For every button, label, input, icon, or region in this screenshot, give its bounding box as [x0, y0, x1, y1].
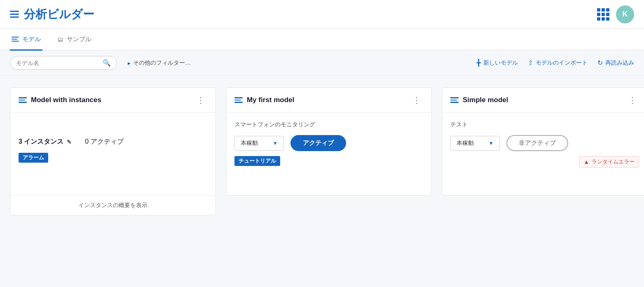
instances-count: 3 インスタンス ✎	[19, 138, 72, 146]
card-body-1: 3 インスタンス ✎ 0 アクティブ アラーム	[10, 113, 215, 195]
filter-button[interactable]: ▸ その他のフィルター…	[124, 57, 195, 69]
active-count-label: 0 アクティブ	[85, 138, 123, 146]
card-footer-link-1[interactable]: インスタンスの概要を表示	[78, 202, 148, 208]
card-menu-button-3[interactable]: ⋮	[626, 94, 639, 106]
header: 分析ビルダー K	[0, 0, 644, 29]
import-model-icon: ⇧	[528, 59, 533, 67]
card-title-3: Simple model	[463, 96, 508, 104]
status-row-3: 本稼動 ▼ 非アクティブ	[450, 135, 639, 151]
cards-container: Model with instances ⋮ 3 インスタンス ✎ 0 アクティ…	[0, 76, 644, 227]
runtime-error-row: ▲ ランタイムエラー	[450, 156, 639, 168]
environment-dropdown-3[interactable]: 本稼動 ▼	[450, 136, 500, 151]
instances-info: 3 インスタンス ✎ 0 アクティブ	[19, 138, 207, 146]
header-left: 分析ビルダー	[10, 7, 94, 22]
warning-icon: ▲	[583, 159, 589, 165]
avatar[interactable]: K	[616, 5, 634, 23]
toolbar-actions: ╋ 新しいモデル ⇧ モデルのインポート ↻ 再読み込み	[477, 59, 634, 67]
reload-button[interactable]: ↻ 再読み込み	[597, 59, 634, 67]
card-model-with-instances-header: Model with instances ⋮	[10, 88, 215, 113]
model-icon-2	[234, 97, 243, 103]
card-body-3: テスト 本稼動 ▼ 非アクティブ ▲ ランタイムエラー	[442, 113, 644, 195]
alarm-tag: アラーム	[19, 153, 48, 163]
new-model-button[interactable]: ╋ 新しいモデル	[477, 59, 518, 67]
import-model-label: モデルのインポート	[536, 59, 588, 67]
card-header-left-2: My first model	[234, 96, 294, 104]
card-description-2: スマートフォンのモニタリング	[234, 121, 423, 128]
new-model-label: 新しいモデル	[483, 59, 518, 67]
tags-row-2: チュートリアル	[234, 156, 423, 166]
chevron-down-icon-3: ▼	[489, 140, 494, 146]
environment-dropdown-2[interactable]: 本稼動 ▼	[234, 136, 284, 151]
tab-models[interactable]: モデル	[10, 29, 42, 51]
card-title-2: My first model	[247, 96, 294, 104]
status-row-2: 本稼動 ▼ アクティブ	[234, 135, 423, 151]
card-header-left-3: Simple model	[450, 96, 508, 104]
instances-count-label: 3 インスタンス	[19, 138, 63, 146]
search-input[interactable]	[16, 60, 99, 66]
samples-tab-icon: 🗂	[57, 36, 63, 43]
status-toggle-active-2[interactable]: アクティブ	[290, 135, 346, 151]
tab-samples[interactable]: 🗂 サンプル	[56, 29, 93, 51]
import-model-button[interactable]: ⇧ モデルのインポート	[528, 59, 588, 67]
new-model-icon: ╋	[477, 59, 481, 67]
tab-samples-label: サンプル	[67, 35, 91, 43]
reload-label: 再読み込み	[605, 59, 634, 67]
runtime-error-badge: ▲ ランタイムエラー	[579, 156, 639, 168]
card-simple-model-header: Simple model ⋮	[442, 88, 644, 113]
tags-row-1: アラーム	[19, 153, 207, 163]
card-my-first-model-header: My first model ⋮	[226, 88, 431, 113]
app-title: 分析ビルダー	[24, 7, 94, 22]
environment-dropdown-2-label: 本稼動	[241, 140, 258, 147]
grid-icon[interactable]	[597, 8, 609, 21]
header-right: K	[597, 5, 634, 23]
runtime-error-label: ランタイムエラー	[592, 158, 635, 166]
hamburger-menu-icon[interactable]	[10, 11, 19, 18]
card-body-2: スマートフォンのモニタリング 本稼動 ▼ アクティブ チュートリアル	[226, 113, 431, 195]
tab-models-label: モデル	[22, 35, 41, 43]
search-wrapper: 🔍	[10, 56, 117, 70]
tutorial-tag: チュートリアル	[234, 156, 280, 166]
card-simple-model: Simple model ⋮ テスト 本稼動 ▼ 非アクティブ ▲ ランタイムエ…	[442, 87, 644, 196]
card-title-1: Model with instances	[31, 96, 101, 104]
edit-instances-icon[interactable]: ✎	[67, 139, 72, 145]
status-toggle-inactive-3[interactable]: 非アクティブ	[506, 135, 568, 151]
filter-icon: ▸	[128, 60, 131, 66]
reload-icon: ↻	[597, 59, 603, 67]
model-icon-3	[450, 97, 459, 103]
filter-label: その他のフィルター…	[133, 59, 191, 67]
card-menu-button-1[interactable]: ⋮	[194, 94, 207, 106]
model-icon-1	[19, 97, 27, 103]
chevron-down-icon-2: ▼	[273, 140, 278, 146]
card-footer-1[interactable]: インスタンスの概要を表示	[10, 195, 215, 215]
models-tab-icon	[12, 37, 19, 42]
tabs-bar: モデル 🗂 サンプル	[0, 29, 644, 50]
card-menu-button-2[interactable]: ⋮	[410, 94, 423, 106]
card-description-3: テスト	[450, 121, 639, 128]
search-icon[interactable]: 🔍	[103, 59, 111, 67]
card-header-left-1: Model with instances	[19, 96, 101, 104]
card-model-with-instances: Model with instances ⋮ 3 インスタンス ✎ 0 アクティ…	[10, 87, 216, 215]
environment-dropdown-3-label: 本稼動	[457, 140, 474, 147]
toolbar: 🔍 ▸ その他のフィルター… ╋ 新しいモデル ⇧ モデルのインポート ↻ 再読…	[0, 50, 644, 76]
card-my-first-model: My first model ⋮ スマートフォンのモニタリング 本稼動 ▼ アク…	[226, 87, 432, 196]
